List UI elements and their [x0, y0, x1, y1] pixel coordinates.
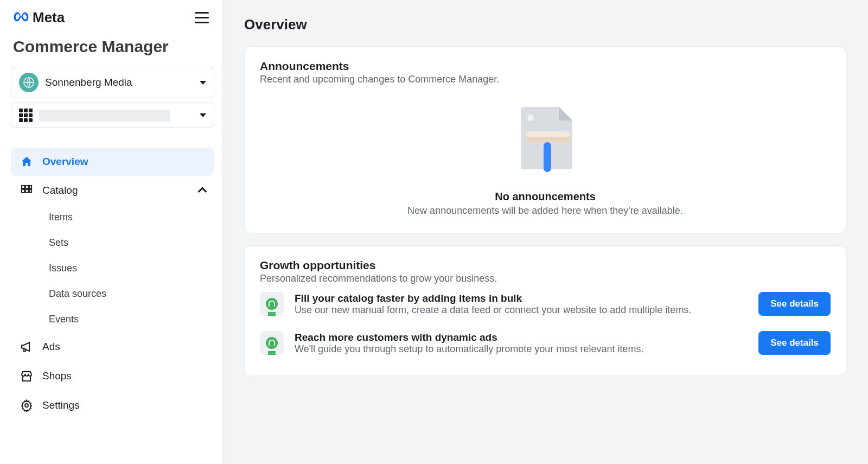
nav-subitem-sets[interactable]: Sets	[43, 231, 214, 255]
growth-opportunity: Fill your catalog faster by adding items…	[260, 284, 831, 323]
nav-subitem-items[interactable]: Items	[43, 205, 214, 230]
business-avatar-icon	[19, 73, 39, 92]
gear-icon	[20, 399, 34, 412]
announcements-card: Announcements Recent and upcoming change…	[244, 46, 846, 233]
svg-rect-10	[526, 131, 570, 137]
catalog-grid-icon	[20, 185, 34, 196]
business-selector[interactable]: Sonnenberg Media	[11, 67, 214, 98]
svg-point-7	[25, 404, 28, 407]
hamburger-menu-icon[interactable]	[192, 9, 212, 27]
page-title: Overview	[244, 16, 846, 33]
svg-point-8	[527, 115, 534, 121]
catalog-selector-placeholder	[39, 110, 193, 122]
chevron-up-icon	[199, 186, 206, 195]
caret-down-icon	[200, 81, 206, 85]
business-selector-label: Sonnenberg Media	[45, 77, 193, 88]
nav-item-overview[interactable]: Overview	[11, 148, 214, 176]
sidebar-nav: Overview Catalog Items Sets Issues Data …	[11, 148, 214, 419]
megaphone-icon	[20, 340, 34, 353]
svg-rect-3	[30, 186, 32, 189]
app-title: Commerce Manager	[11, 33, 214, 62]
svg-rect-2	[25, 186, 29, 189]
growth-opportunity: Reach more customers with dynamic ads We…	[260, 323, 831, 363]
announcements-subtitle: Recent and upcoming changes to Commerce …	[260, 74, 831, 85]
nav-subitem-issues[interactable]: Issues	[43, 256, 214, 281]
catalog-selector[interactable]	[11, 103, 214, 128]
nav-item-shops[interactable]: Shops	[11, 362, 214, 390]
svg-rect-1	[22, 186, 25, 189]
nav-subitem-data-sources[interactable]: Data sources	[43, 282, 214, 306]
opportunity-body: Fill your catalog faster by adding items…	[295, 293, 748, 316]
nav-item-ads[interactable]: Ads	[11, 333, 214, 361]
opportunity-body: Reach more customers with dynamic ads We…	[295, 332, 748, 355]
sidebar: Meta Commerce Manager Sonnenberg Media O…	[0, 0, 222, 464]
nav-label: Settings	[42, 399, 80, 411]
lightbulb-icon	[260, 331, 284, 355]
main-content: Overview Announcements Recent and upcomi…	[222, 0, 868, 464]
growth-subtitle: Personalized recommendations to grow you…	[260, 273, 831, 284]
lightbulb-icon	[260, 292, 284, 316]
announcements-title: Announcements	[260, 60, 831, 73]
nav-label: Shops	[42, 370, 72, 382]
see-details-button[interactable]: See details	[758, 292, 831, 316]
opportunity-text: We'll guide you through setup to automat…	[295, 344, 748, 355]
nav-catalog-children: Items Sets Issues Data sources Events	[11, 205, 214, 332]
brand-name: Meta	[33, 9, 65, 26]
svg-rect-6	[30, 189, 32, 193]
svg-rect-11	[544, 142, 551, 172]
growth-title: Growth opportunities	[260, 259, 831, 272]
meta-brand[interactable]: Meta	[13, 9, 65, 26]
nav-label: Catalog	[42, 185, 78, 196]
opportunity-text: Use our new manual form, create a data f…	[295, 304, 748, 316]
empty-text: New announcements will be added here whe…	[407, 205, 683, 217]
empty-title: No announcements	[495, 190, 596, 203]
announcements-empty-state: No announcements New announcements will …	[260, 85, 831, 220]
svg-rect-5	[25, 189, 29, 193]
svg-rect-4	[22, 189, 25, 193]
sidebar-header: Meta	[11, 9, 214, 29]
nav-label: Ads	[42, 341, 60, 353]
caret-down-icon	[200, 113, 206, 117]
opportunity-title: Reach more customers with dynamic ads	[295, 332, 748, 344]
app-grid-icon	[19, 109, 33, 122]
opportunity-title: Fill your catalog faster by adding items…	[295, 293, 748, 304]
nav-item-settings[interactable]: Settings	[11, 391, 214, 419]
see-details-button[interactable]: See details	[758, 331, 831, 355]
meta-logo-icon	[13, 11, 29, 24]
home-icon	[20, 155, 34, 168]
growth-card: Growth opportunities Personalized recomm…	[244, 245, 846, 376]
empty-announcements-icon	[505, 101, 586, 180]
nav-item-catalog[interactable]: Catalog	[11, 177, 214, 204]
nav-label: Overview	[42, 156, 88, 168]
storefront-icon	[20, 370, 34, 383]
nav-subitem-events[interactable]: Events	[43, 307, 214, 332]
